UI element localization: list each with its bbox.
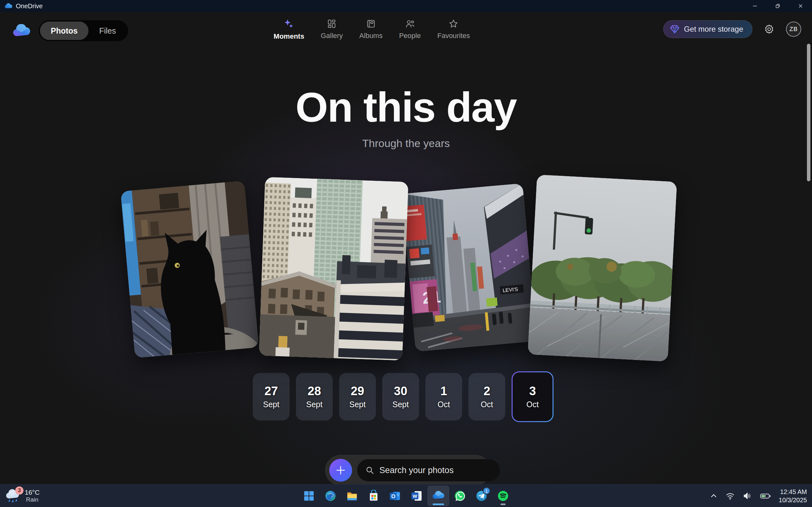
microsoft-store-icon[interactable] <box>363 486 385 506</box>
word-icon[interactable]: W <box>406 486 427 506</box>
tray-date: 10/3/2025 <box>779 496 807 504</box>
spotify-icon[interactable] <box>492 486 514 506</box>
nav-albums[interactable]: Albums <box>359 19 383 40</box>
tray-time: 12:45 AM <box>779 488 807 496</box>
memory-photo-waterfront-park[interactable] <box>527 175 677 361</box>
memory-photo-rooftops[interactable] <box>259 177 408 360</box>
whatsapp-app-icon <box>454 490 466 502</box>
outlook-icon[interactable]: O <box>385 486 406 506</box>
telegram-notification-badge: 1 <box>483 487 490 495</box>
date-chip-30-sept[interactable]: 30Sept <box>382 373 419 420</box>
settings-button[interactable] <box>764 24 774 35</box>
onedrive-photos-app: Photos Files Moments <box>0 12 812 484</box>
restore-icon <box>775 3 780 9</box>
page-title: On this day <box>0 84 812 130</box>
date-chip-1-oct[interactable]: 1Oct <box>425 373 462 420</box>
photo-scene-times-square: 21 LEVI'S <box>402 183 537 351</box>
onedrive-icon <box>432 489 445 503</box>
photo-scene-cat <box>120 181 259 358</box>
show-hidden-icons-button[interactable] <box>710 492 718 500</box>
svg-text:O: O <box>391 493 395 499</box>
onedrive-logo <box>12 24 32 38</box>
library-toggle: Photos Files <box>39 20 128 41</box>
weather-notification-badge: 3 <box>15 487 23 495</box>
start-button[interactable] <box>298 486 320 506</box>
word-app-icon: W <box>411 490 423 502</box>
store-icon <box>368 490 380 502</box>
photo-scene-park <box>527 175 677 361</box>
spotify-app-icon <box>497 490 509 502</box>
window-title: OneDrive <box>0 3 43 10</box>
diamond-icon <box>670 25 679 34</box>
file-explorer-icon[interactable] <box>341 486 363 506</box>
folder-icon <box>346 490 358 502</box>
hero: On this day Through the years <box>0 84 812 150</box>
taskbar-weather-widget[interactable]: 3 16°C Rain <box>4 485 40 507</box>
telegram-icon[interactable]: 1 <box>471 486 492 506</box>
svg-text:W: W <box>413 493 417 499</box>
primary-nav: Moments Gallery Albums <box>274 19 470 41</box>
date-chip-3-oct-selected[interactable]: 3Oct <box>512 372 554 422</box>
account-avatar[interactable]: ZB <box>786 21 801 37</box>
search-icon <box>365 466 374 475</box>
close-icon <box>798 3 803 9</box>
taskbar: 3 16°C Rain <box>0 484 812 507</box>
window-titlebar: OneDrive <box>0 0 812 12</box>
gear-icon <box>764 24 774 35</box>
screen: OneDrive <box>0 0 812 507</box>
battery-tray-icon[interactable] <box>760 491 771 501</box>
date-chip-29-sept[interactable]: 29Sept <box>339 373 376 420</box>
add-photos-button[interactable] <box>329 459 352 482</box>
taskbar-app-icons: O W <box>298 485 514 507</box>
date-chip-27-sept[interactable]: 27Sept <box>253 373 290 420</box>
battery-charging-icon <box>760 491 771 501</box>
whatsapp-icon[interactable] <box>449 486 471 506</box>
memory-photo-times-square[interactable]: 21 LEVI'S <box>402 183 537 351</box>
star-icon <box>449 19 459 29</box>
date-strip: 27Sept 28Sept 29Sept 30Sept 1Oct 2Oct <box>253 372 554 422</box>
caption-buttons <box>744 0 812 12</box>
minimize-button[interactable] <box>744 0 766 12</box>
weather-temperature: 16°C <box>25 489 40 496</box>
nav-moments[interactable]: Moments <box>274 19 305 41</box>
app-header: Photos Files Moments <box>0 12 812 50</box>
clock[interactable]: 12:45 AM 10/3/2025 <box>779 488 807 504</box>
memory-photo-cat[interactable] <box>120 181 259 358</box>
scrollbar-thumb[interactable] <box>807 44 810 181</box>
album-icon <box>366 19 376 29</box>
nav-people[interactable]: People <box>399 19 421 40</box>
sparkles-icon <box>284 19 294 29</box>
photo-scene-rooftops <box>259 177 408 360</box>
toggle-files[interactable]: Files <box>89 21 127 40</box>
windows-start-icon <box>303 490 315 502</box>
date-chip-2-oct[interactable]: 2Oct <box>468 373 505 420</box>
restore-button[interactable] <box>766 0 789 12</box>
nav-favourites[interactable]: Favourites <box>438 19 470 40</box>
page-subtitle: Through the years <box>0 137 812 150</box>
grid-icon <box>327 19 337 29</box>
search-bar <box>357 459 500 481</box>
onedrive-taskbar-icon[interactable] <box>427 486 449 506</box>
edge-icon <box>324 490 337 502</box>
get-more-storage-button[interactable]: Get more storage <box>663 20 752 38</box>
wifi-icon <box>725 491 735 501</box>
system-tray: 12:45 AM 10/3/2025 <box>710 485 807 507</box>
search-input[interactable] <box>379 465 492 475</box>
toggle-photos[interactable]: Photos <box>40 21 89 40</box>
nav-gallery[interactable]: Gallery <box>321 19 343 40</box>
chevron-up-icon <box>710 492 718 500</box>
search-dock <box>325 455 491 484</box>
minimize-icon <box>752 3 757 9</box>
wifi-tray-icon[interactable] <box>725 491 735 501</box>
close-button[interactable] <box>789 0 812 12</box>
speaker-icon <box>743 491 752 501</box>
outlook-app-icon: O <box>389 490 401 502</box>
edge-browser-icon[interactable] <box>320 486 341 506</box>
weather-condition: Rain <box>25 496 40 503</box>
onedrive-cloud-icon <box>4 3 13 9</box>
volume-tray-icon[interactable] <box>743 491 752 501</box>
plus-icon <box>335 464 347 476</box>
people-icon <box>405 19 415 29</box>
date-chip-28-sept[interactable]: 28Sept <box>296 373 333 420</box>
